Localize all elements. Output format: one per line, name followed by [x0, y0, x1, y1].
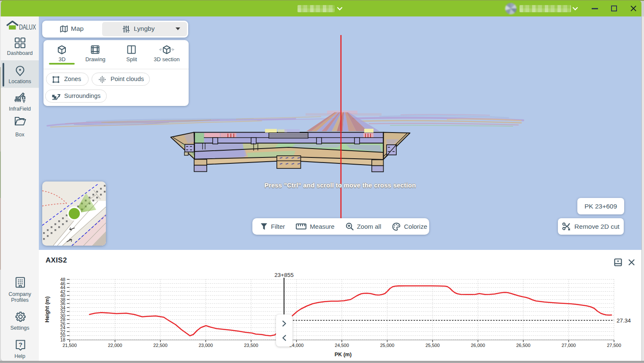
svg-text:22,000: 22,000: [108, 343, 122, 348]
svg-text:27.34: 27.34: [617, 317, 631, 324]
svg-text:23+855: 23+855: [274, 272, 293, 278]
svg-text:Height (m): Height (m): [44, 296, 50, 322]
svg-text:22,500: 22,500: [153, 343, 168, 348]
svg-text:21,500: 21,500: [62, 343, 77, 348]
svg-text:26,500: 26,500: [516, 343, 530, 348]
svg-text:23,000: 23,000: [199, 343, 213, 348]
svg-text:DALUX: DALUX: [19, 23, 36, 31]
svg-text:?: ?: [19, 341, 22, 348]
svg-text:PK (m): PK (m): [335, 352, 352, 358]
svg-text:25,000: 25,000: [380, 343, 395, 348]
svg-text:18: 18: [60, 337, 65, 342]
svg-text:23,500: 23,500: [244, 343, 258, 348]
svg-text:24,500: 24,500: [335, 343, 349, 348]
svg-text:27,500: 27,500: [607, 343, 621, 348]
svg-text:27,000: 27,000: [562, 343, 576, 348]
svg-text:26,000: 26,000: [471, 343, 485, 348]
svg-text:25,500: 25,500: [425, 343, 440, 348]
